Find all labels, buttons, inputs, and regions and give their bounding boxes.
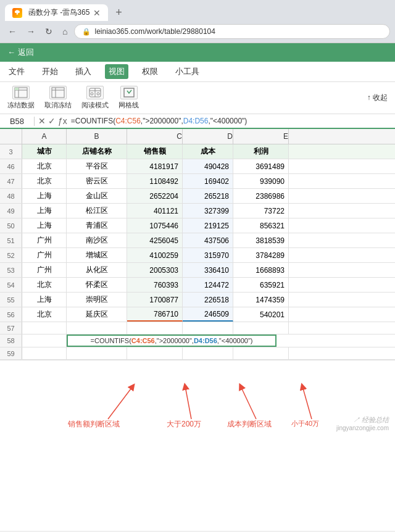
cell-e48[interactable]: 2386986 [233, 189, 289, 203]
cell-d3[interactable]: 成本 [183, 144, 233, 159]
cell-a49[interactable]: 上海 [22, 204, 67, 218]
col-header-a[interactable]: A [22, 129, 67, 144]
menu-tools[interactable]: 小工具 [172, 64, 203, 79]
active-tab[interactable]: 🌩 函数分享 -雷鸟365 ✕ [5, 4, 108, 21]
cell-b58[interactable]: =COUNTIFS(C4:C56,">2000000",D4:D56,"<400… [67, 335, 276, 347]
cell-b47[interactable]: 密云区 [67, 174, 127, 188]
cell-e51[interactable]: 3818539 [233, 233, 289, 247]
cell-a48[interactable]: 上海 [22, 189, 67, 203]
col-header-b[interactable]: B [67, 129, 127, 144]
cell-a59 [22, 347, 67, 359]
cell-b48[interactable]: 金山区 [67, 189, 127, 203]
reload-btn[interactable]: ↻ [42, 25, 56, 38]
cell-a56[interactable]: 北京 [22, 307, 67, 322]
cell-d56[interactable]: 246509 [183, 307, 233, 322]
reading-mode-btn[interactable]: 阅读模式 [81, 86, 109, 110]
cell-d54[interactable]: 124472 [183, 278, 233, 292]
cell-b54[interactable]: 怀柔区 [67, 278, 127, 292]
cell-c54[interactable]: 760393 [127, 278, 183, 292]
cell-c48[interactable]: 2652204 [127, 189, 183, 203]
cell-d47[interactable]: 169402 [183, 174, 233, 188]
cell-d55[interactable]: 226518 [183, 293, 233, 307]
menu-file[interactable]: 文件 [5, 64, 28, 79]
function-icon[interactable]: ƒx [58, 116, 67, 126]
cell-a51[interactable]: 广州 [22, 233, 67, 247]
confirm-formula-icon[interactable]: ✓ [48, 116, 56, 126]
table-row: 48 上海 金山区 2652204 265218 2386986 [0, 189, 395, 204]
col-header-d[interactable]: D [183, 129, 233, 144]
cell-d51[interactable]: 437506 [183, 233, 233, 247]
collapse-label: ↑ 收起 [367, 93, 388, 103]
cell-b49[interactable]: 松江区 [67, 204, 127, 218]
cell-e54[interactable]: 635921 [233, 278, 289, 292]
back-button[interactable]: ← 返回 [7, 47, 34, 58]
cell-b52[interactable]: 增城区 [67, 248, 127, 262]
app-container: ← 返回 文件 开始 插入 视图 权限 小工具 冻结数据 [0, 43, 395, 531]
cell-a47[interactable]: 北京 [22, 174, 67, 188]
cell-a52[interactable]: 广州 [22, 248, 67, 262]
new-tab-btn[interactable]: + [110, 4, 127, 22]
cell-e46[interactable]: 3691489 [233, 159, 289, 173]
collapse-btn[interactable]: ↑ 收起 [367, 93, 388, 103]
cell-c51[interactable]: 4256045 [127, 233, 183, 247]
cell-a55[interactable]: 上海 [22, 293, 67, 307]
cell-d53[interactable]: 336410 [183, 263, 233, 277]
cell-c52[interactable]: 4100259 [127, 248, 183, 262]
cell-a58 [22, 335, 67, 347]
menu-view[interactable]: 视图 [105, 64, 128, 79]
cell-a3[interactable]: 城市 [22, 144, 67, 159]
cell-b50[interactable]: 青浦区 [67, 218, 127, 233]
cell-d50[interactable]: 219125 [183, 218, 233, 233]
cell-e50[interactable]: 856321 [233, 218, 289, 233]
svg-line-14 [185, 386, 191, 419]
col-header-c[interactable]: C [127, 129, 183, 144]
cell-e49[interactable]: 73722 [233, 204, 289, 218]
formula-crit1: ,">2000000", [141, 117, 183, 125]
back-nav-btn[interactable]: ← [5, 25, 20, 38]
cell-reference[interactable]: B58 [4, 117, 35, 126]
cell-c56[interactable]: 786710 [127, 307, 183, 322]
cell-c46[interactable]: 4181917 [127, 159, 183, 173]
cell-e55[interactable]: 1474359 [233, 293, 289, 307]
cell-c3[interactable]: 销售额 [127, 144, 183, 159]
cell-d48[interactable]: 265218 [183, 189, 233, 203]
cell-c47[interactable]: 1108492 [127, 174, 183, 188]
cell-e53[interactable]: 1668893 [233, 263, 289, 277]
cell-c55[interactable]: 1700877 [127, 293, 183, 307]
cell-d49[interactable]: 327399 [183, 204, 233, 218]
freeze-data-btn[interactable]: 冻结数据 [7, 86, 35, 110]
menu-insert[interactable]: 插入 [72, 64, 95, 79]
address-input[interactable]: 🔒 leiniao365.com/work/table/29880104 [74, 24, 390, 39]
cell-b56[interactable]: 延庆区 [67, 307, 127, 322]
cell-e3[interactable]: 利润 [233, 144, 289, 159]
cell-e52[interactable]: 3784289 [233, 248, 289, 262]
gridlines-btn[interactable]: 网格线 [118, 86, 139, 110]
home-btn[interactable]: ⌂ [59, 25, 70, 38]
cell-a54[interactable]: 北京 [22, 278, 67, 292]
menu-permissions[interactable]: 权限 [138, 64, 162, 79]
unfreeze-btn[interactable]: 取消冻结 [44, 86, 72, 110]
cell-c49[interactable]: 401121 [127, 204, 183, 218]
cell-c53[interactable]: 2005303 [127, 263, 183, 277]
forward-nav-btn[interactable]: → [23, 25, 38, 38]
cell-e47[interactable]: 939090 [233, 174, 289, 188]
cell-b51[interactable]: 南沙区 [67, 233, 127, 247]
cell-e56[interactable]: 540201 [233, 307, 289, 322]
cell-d46[interactable]: 490428 [183, 159, 233, 173]
cell-a46[interactable]: 北京 [22, 159, 67, 173]
cell-c50[interactable]: 1075446 [127, 218, 183, 233]
formula-content[interactable]: =COUNTIFS(C4:C56,">2000000",D4:D56,"<400… [71, 117, 391, 125]
cell-b46[interactable]: 平谷区 [67, 159, 127, 173]
cell-b55[interactable]: 崇明区 [67, 293, 127, 307]
formula-range2: D4:D56 [183, 117, 209, 125]
cell-d52[interactable]: 315970 [183, 248, 233, 262]
menu-home[interactable]: 开始 [38, 64, 62, 79]
cell-b3[interactable]: 店铺名称 [67, 144, 127, 159]
cell-b53[interactable]: 从化区 [67, 263, 127, 277]
cell-a50[interactable]: 上海 [22, 218, 67, 233]
tab-title: 函数分享 -雷鸟365 [28, 7, 89, 18]
tab-close-btn[interactable]: ✕ [93, 8, 101, 18]
col-header-e[interactable]: E [233, 129, 289, 144]
cancel-formula-icon[interactable]: ✕ [38, 116, 46, 126]
cell-a53[interactable]: 广州 [22, 263, 67, 277]
